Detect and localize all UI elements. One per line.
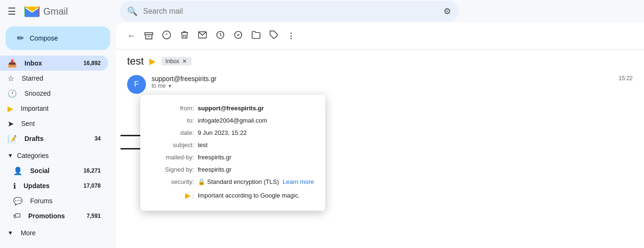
compose-button[interactable]: ✏ Compose bbox=[6, 26, 110, 50]
learn-more-link[interactable]: Learn more bbox=[282, 176, 314, 188]
detail-row-signed-by: Signed by: freespirits.gr bbox=[152, 164, 314, 176]
sidebar-item-updates[interactable]: ℹ Updates 17,078 bbox=[0, 178, 108, 193]
show-details-button[interactable]: ▼ bbox=[168, 83, 172, 89]
archive-button[interactable] bbox=[140, 27, 157, 44]
sidebar: ✏ Compose 📥 Inbox 16,892 ☆ Starred 🕐 Sno… bbox=[0, 23, 116, 248]
inbox-tag: Inbox ✕ bbox=[161, 57, 191, 66]
sidebar-item-drafts[interactable]: 📝 Drafts 34 bbox=[0, 131, 108, 146]
email-time: 15:22 bbox=[619, 75, 633, 82]
chevron-down-icon: ▼ bbox=[8, 152, 13, 159]
signed-by-value: freespirits.gr bbox=[198, 164, 232, 176]
email-message-area: F support@freespirits.gr to me ▼ 15:22 t… bbox=[116, 71, 644, 248]
snoozed-icon: 🕐 bbox=[8, 89, 17, 98]
email-subject: test bbox=[127, 55, 144, 67]
categories-header[interactable]: ▼ Categories bbox=[0, 148, 116, 163]
gmail-logo: Gmail bbox=[24, 5, 68, 18]
more-item[interactable]: ▼ More bbox=[0, 225, 116, 240]
subject-value: test bbox=[198, 139, 208, 151]
more-actions-button[interactable]: ⋮ bbox=[283, 28, 298, 44]
sidebar-item-sent[interactable]: ➤ Sent bbox=[0, 116, 108, 131]
drafts-label: Drafts bbox=[24, 135, 43, 142]
email-subject-bar: test ▶ Inbox ✕ bbox=[116, 50, 644, 71]
security-text: Standard encryption (TLS) bbox=[207, 176, 279, 188]
inbox-tag-label: Inbox bbox=[165, 58, 179, 65]
drafts-icon: 📝 bbox=[8, 134, 17, 143]
archive-icon bbox=[144, 31, 153, 41]
search-bar: 🔍 ⚙ bbox=[120, 1, 459, 22]
signed-by-label: Signed by: bbox=[152, 164, 194, 176]
sidebar-item-forums[interactable]: 💬 Forums bbox=[0, 193, 108, 208]
sender-name: support@freespirits.gr bbox=[152, 75, 613, 83]
snooze-icon bbox=[216, 30, 225, 40]
detail-row-to: to: infogate2004@gmail.com bbox=[152, 115, 314, 127]
detail-row-importance: ▶ : Important according to Google magic. bbox=[152, 188, 314, 203]
sidebar-item-social[interactable]: 👤 Social 16,271 bbox=[0, 163, 108, 178]
search-input[interactable] bbox=[143, 7, 438, 16]
sidebar-item-promotions[interactable]: 🏷 Promotions 7,591 bbox=[0, 208, 108, 223]
security-value: 🔒 Standard encryption (TLS) Learn more bbox=[198, 176, 314, 188]
inbox-icon: 📥 bbox=[8, 59, 17, 68]
move-icon bbox=[251, 30, 261, 40]
report-button[interactable] bbox=[158, 26, 175, 45]
mailed-by-label: mailed-by: bbox=[152, 151, 194, 164]
categories-label: Categories bbox=[17, 152, 49, 159]
delete-button[interactable] bbox=[176, 26, 193, 45]
delete-icon bbox=[180, 30, 189, 40]
gmail-text: Gmail bbox=[43, 6, 68, 17]
back-button[interactable]: ← bbox=[123, 27, 139, 45]
sender-avatar: F bbox=[127, 75, 146, 94]
detail-row-date: date: 9 Jun 2023, 15:22 bbox=[152, 127, 314, 139]
sidebar-item-starred[interactable]: ☆ Starred bbox=[0, 71, 108, 86]
sidebar-item-snoozed[interactable]: 🕐 Snoozed bbox=[0, 86, 108, 101]
snooze-button[interactable] bbox=[212, 26, 229, 45]
sender-info: support@freespirits.gr to me ▼ bbox=[152, 75, 613, 89]
promotions-badge: 7,591 bbox=[87, 213, 101, 219]
detail-row-subject: subject: test bbox=[152, 139, 314, 151]
task-icon bbox=[233, 30, 243, 40]
detail-row-security: security: 🔒 Standard encryption (TLS) Le… bbox=[152, 176, 314, 188]
svg-rect-0 bbox=[145, 33, 153, 34]
forums-icon: 💬 bbox=[13, 197, 23, 206]
sidebar-item-inbox[interactable]: 📥 Inbox 16,892 bbox=[0, 56, 108, 71]
sent-icon: ➤ bbox=[8, 119, 14, 128]
inbox-label: Inbox bbox=[24, 59, 42, 67]
task-button[interactable] bbox=[230, 26, 247, 45]
drafts-badge: 34 bbox=[95, 135, 101, 142]
email-toolbar: ← bbox=[116, 23, 644, 50]
sidebar-item-important[interactable]: ▶ Important bbox=[0, 101, 108, 116]
email-header-row: F support@freespirits.gr to me ▼ 15:22 bbox=[127, 71, 633, 98]
subject-label: subject: bbox=[152, 139, 194, 151]
search-filter-button[interactable]: ⚙ bbox=[443, 6, 451, 17]
social-label: Social bbox=[30, 167, 49, 174]
from-label: from: bbox=[152, 102, 194, 115]
promotions-icon: 🏷 bbox=[13, 212, 21, 220]
to-label-detail: to: bbox=[152, 115, 194, 127]
importance-arrow-icon: ▶ bbox=[185, 191, 191, 199]
report-icon bbox=[162, 30, 171, 40]
app-header: ☰ Gmail 🔍 ⚙ bbox=[0, 0, 644, 23]
move-button[interactable] bbox=[248, 26, 265, 45]
snoozed-label: Snoozed bbox=[24, 90, 50, 97]
to-value: infogate2004@gmail.com bbox=[198, 115, 267, 127]
starred-icon: ☆ bbox=[8, 74, 14, 83]
sender-to-row: to me ▼ bbox=[152, 83, 613, 89]
hamburger-button[interactable]: ☰ bbox=[4, 2, 20, 21]
to-label: to me bbox=[152, 83, 166, 89]
compose-label: Compose bbox=[30, 34, 58, 42]
lock-icon: 🔒 bbox=[198, 176, 205, 188]
detail-row-from: from: support@freespirits.gr bbox=[152, 102, 314, 115]
mark-button[interactable] bbox=[194, 26, 211, 45]
social-icon: 👤 bbox=[13, 166, 23, 175]
date-value: 9 Jun 2023, 15:22 bbox=[198, 127, 247, 139]
label-button[interactable] bbox=[266, 26, 282, 45]
email-icon bbox=[198, 30, 207, 40]
remove-tag-button[interactable]: ✕ bbox=[181, 58, 188, 65]
detail-row-mailed-by: mailed-by: freespirits.gr bbox=[152, 151, 314, 164]
search-icon: 🔍 bbox=[127, 6, 137, 17]
important-label: Important bbox=[21, 105, 48, 112]
security-label: security: bbox=[152, 176, 194, 188]
more-label: More bbox=[21, 229, 36, 237]
promotions-label: Promotions bbox=[28, 212, 65, 220]
from-value: support@freespirits.gr bbox=[198, 102, 264, 115]
updates-icon: ℹ bbox=[13, 182, 16, 190]
